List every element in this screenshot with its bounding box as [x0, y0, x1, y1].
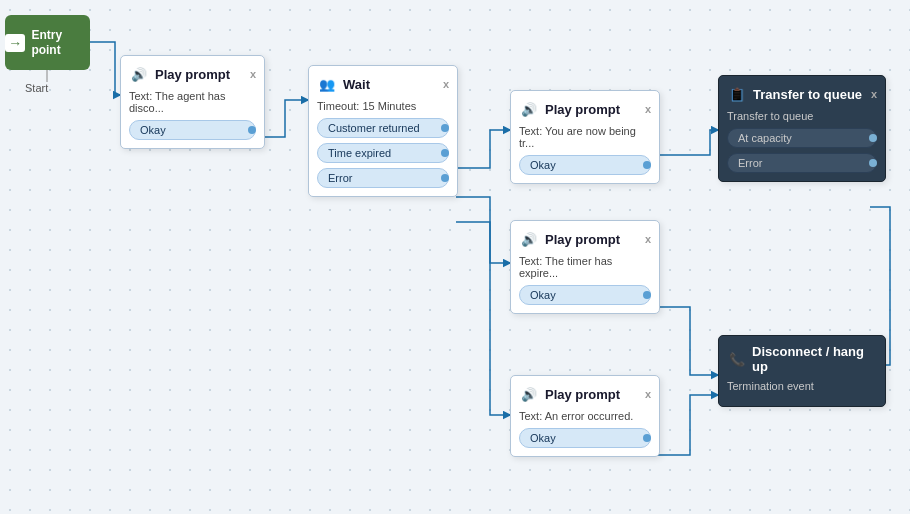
- wait-error[interactable]: Error: [317, 168, 449, 188]
- play-prompt-4-okay[interactable]: Okay: [519, 428, 651, 448]
- play-prompt-3-title: Play prompt: [545, 232, 620, 247]
- close-transfer[interactable]: x: [871, 88, 877, 100]
- play-prompt-2-card: Play prompt x Text: You are now being tr…: [510, 90, 660, 184]
- wait-body: Timeout: 15 Minutes: [317, 100, 449, 112]
- play-prompt-3-card: Play prompt x Text: The timer has expire…: [510, 220, 660, 314]
- wait-time-expired[interactable]: Time expired: [317, 143, 449, 163]
- sound-icon-3: [519, 229, 539, 249]
- disconnect-card: Disconnect / hang up Termination event: [718, 335, 886, 407]
- play-prompt-3-okay[interactable]: Okay: [519, 285, 651, 305]
- entry-point-node[interactable]: → Entry point: [5, 15, 90, 70]
- close-play-prompt-3[interactable]: x: [645, 233, 651, 245]
- play-prompt-1-card: Play prompt x Text: The agent has disco.…: [120, 55, 265, 149]
- transfer-body: Transfer to queue: [727, 110, 877, 122]
- play-prompt-2-body: Text: You are now being tr...: [519, 125, 651, 149]
- disconnect-title: Disconnect / hang up: [752, 344, 877, 374]
- start-label: Start: [25, 82, 48, 94]
- play-prompt-4-body: Text: An error occurred.: [519, 410, 651, 422]
- close-play-prompt-1[interactable]: x: [250, 68, 256, 80]
- sound-icon-1: [129, 64, 149, 84]
- transfer-at-capacity[interactable]: At capacity: [727, 128, 877, 148]
- entry-point-icon: →: [5, 34, 25, 52]
- close-wait[interactable]: x: [443, 78, 449, 90]
- disconnect-icon: [727, 349, 746, 369]
- transfer-title: Transfer to queue: [753, 87, 862, 102]
- play-prompt-1-title: Play prompt: [155, 67, 230, 82]
- disconnect-body: Termination event: [727, 380, 877, 392]
- wait-icon: [317, 74, 337, 94]
- wait-title: Wait: [343, 77, 370, 92]
- close-play-prompt-4[interactable]: x: [645, 388, 651, 400]
- wait-customer-returned[interactable]: Customer returned: [317, 118, 449, 138]
- play-prompt-1-okay[interactable]: Okay: [129, 120, 256, 140]
- close-play-prompt-2[interactable]: x: [645, 103, 651, 115]
- play-prompt-2-title: Play prompt: [545, 102, 620, 117]
- transfer-icon: [727, 84, 747, 104]
- play-prompt-4-title: Play prompt: [545, 387, 620, 402]
- transfer-to-queue-card: Transfer to queue x Transfer to queue At…: [718, 75, 886, 182]
- wait-card: Wait x Timeout: 15 Minutes Customer retu…: [308, 65, 458, 197]
- entry-point-label: Entry point: [31, 28, 90, 57]
- sound-icon-2: [519, 99, 539, 119]
- play-prompt-2-okay[interactable]: Okay: [519, 155, 651, 175]
- play-prompt-4-card: Play prompt x Text: An error occurred. O…: [510, 375, 660, 457]
- transfer-error[interactable]: Error: [727, 153, 877, 173]
- sound-icon-4: [519, 384, 539, 404]
- play-prompt-3-body: Text: The timer has expire...: [519, 255, 651, 279]
- play-prompt-1-body: Text: The agent has disco...: [129, 90, 256, 114]
